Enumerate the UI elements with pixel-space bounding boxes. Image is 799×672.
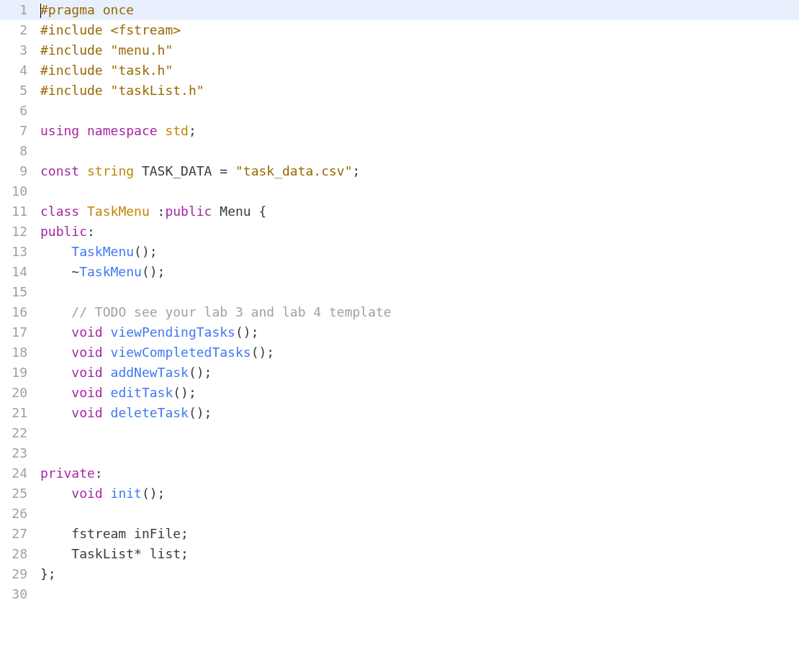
code-content[interactable]: void init(); (40, 483, 799, 504)
token-txt (79, 123, 87, 138)
code-line[interactable]: 1#pragma once (0, 0, 799, 20)
line-number: 2 (0, 20, 40, 40)
token-fn: init (111, 486, 142, 501)
code-content[interactable]: void editTask(); (40, 383, 799, 403)
token-txt (79, 163, 87, 178)
token-str: "menu.h" (111, 42, 173, 58)
token-pp: #pragma (40, 2, 95, 17)
token-pp: #include (40, 83, 103, 98)
token-txt (103, 486, 111, 501)
code-content[interactable]: fstream inFile; (40, 524, 799, 544)
code-line[interactable]: 4#include "task.h" (0, 60, 799, 81)
token-kw: class (40, 204, 79, 219)
code-content[interactable]: const string TASK_DATA = "task_data.csv"… (40, 161, 799, 181)
line-number: 14 (0, 262, 40, 282)
code-content[interactable]: TaskMenu(); (40, 242, 799, 262)
code-line[interactable]: 9const string TASK_DATA = "task_data.csv… (0, 161, 799, 181)
token-txt: : (95, 466, 103, 481)
token-kw: public (40, 224, 87, 239)
code-line[interactable]: 21 void deleteTask(); (0, 403, 799, 423)
token-txt: (); (142, 264, 166, 279)
code-line[interactable]: 5#include "taskList.h" (0, 81, 799, 101)
token-txt (40, 324, 71, 340)
token-fn: viewCompletedTasks (111, 345, 251, 360)
code-content[interactable]: // TODO see your lab 3 and lab 4 templat… (40, 302, 799, 322)
code-line[interactable]: 13 TaskMenu(); (0, 242, 799, 262)
token-kw: void (71, 405, 102, 420)
token-txt: TASK_DATA = (134, 163, 235, 178)
code-line[interactable]: 11class TaskMenu :public Menu { (0, 201, 799, 222)
code-line[interactable]: 28 TaskList* list; (0, 544, 799, 564)
code-content[interactable]: #include "menu.h" (40, 40, 799, 60)
code-content[interactable]: TaskList* list; (40, 544, 799, 564)
line-number: 23 (0, 443, 40, 463)
token-txt: (); (189, 405, 212, 420)
code-content[interactable]: class TaskMenu :public Menu { (40, 201, 799, 222)
code-line[interactable]: 12public: (0, 222, 799, 242)
code-line[interactable]: 17 void viewPendingTasks(); (0, 322, 799, 342)
code-line[interactable]: 23 (0, 443, 799, 463)
code-content[interactable]: #include "task.h" (40, 60, 799, 81)
code-line[interactable]: 25 void init(); (0, 483, 799, 504)
token-txt (103, 63, 111, 78)
token-kw: void (71, 324, 102, 340)
line-number: 16 (0, 302, 40, 322)
code-editor[interactable]: 1#pragma once2#include <fstream>3#includ… (0, 0, 799, 604)
token-fn: viewPendingTasks (111, 324, 235, 340)
line-number: 10 (0, 181, 40, 201)
code-line[interactable]: 16 // TODO see your lab 3 and lab 4 temp… (0, 302, 799, 322)
code-content[interactable]: public: (40, 222, 799, 242)
code-content[interactable]: #include "taskList.h" (40, 81, 799, 101)
code-content[interactable]: ~TaskMenu(); (40, 262, 799, 282)
token-txt (95, 2, 103, 17)
line-number: 26 (0, 504, 40, 524)
code-line[interactable]: 24private: (0, 463, 799, 483)
code-line[interactable]: 14 ~TaskMenu(); (0, 262, 799, 282)
line-number: 17 (0, 322, 40, 342)
code-line[interactable]: 8 (0, 141, 799, 161)
code-content[interactable]: #include <fstream> (40, 20, 799, 40)
line-number: 18 (0, 342, 40, 363)
code-line[interactable]: 29}; (0, 564, 799, 584)
code-line[interactable]: 18 void viewCompletedTasks(); (0, 342, 799, 363)
token-txt (40, 365, 71, 380)
code-content[interactable]: void addNewTask(); (40, 363, 799, 383)
code-line[interactable]: 2#include <fstream> (0, 20, 799, 40)
code-line[interactable]: 6 (0, 101, 799, 121)
token-fn: TaskMenu (79, 264, 142, 279)
token-txt: (); (235, 324, 259, 340)
code-line[interactable]: 19 void addNewTask(); (0, 363, 799, 383)
code-line[interactable]: 7using namespace std; (0, 121, 799, 141)
token-kw: namespace (87, 123, 158, 138)
token-txt: (); (142, 486, 166, 501)
code-line[interactable]: 22 (0, 423, 799, 443)
code-line[interactable]: 30 (0, 584, 799, 604)
token-txt: ~ (40, 264, 79, 279)
code-line[interactable]: 15 (0, 282, 799, 302)
code-line[interactable]: 3#include "menu.h" (0, 40, 799, 60)
line-number: 12 (0, 222, 40, 242)
code-content[interactable]: private: (40, 463, 799, 483)
token-txt (40, 244, 71, 259)
line-number: 24 (0, 463, 40, 483)
token-kw: void (71, 385, 102, 400)
token-kw: const (40, 163, 79, 178)
code-content[interactable]: void viewPendingTasks(); (40, 322, 799, 342)
code-content[interactable]: #pragma once (40, 0, 799, 20)
code-line[interactable]: 20 void editTask(); (0, 383, 799, 403)
token-txt (103, 405, 111, 420)
code-content[interactable]: void deleteTask(); (40, 403, 799, 423)
token-pp: once (103, 2, 134, 17)
code-content[interactable]: }; (40, 564, 799, 584)
line-number: 4 (0, 60, 40, 81)
code-content[interactable]: void viewCompletedTasks(); (40, 342, 799, 363)
code-line[interactable]: 27 fstream inFile; (0, 524, 799, 544)
token-txt: TaskList* list; (40, 546, 189, 561)
code-content[interactable]: using namespace std; (40, 121, 799, 141)
code-line[interactable]: 26 (0, 504, 799, 524)
token-txt (158, 123, 166, 138)
token-txt: fstream inFile; (40, 526, 189, 541)
code-line[interactable]: 10 (0, 181, 799, 201)
line-number: 1 (0, 0, 40, 20)
line-number: 5 (0, 81, 40, 101)
